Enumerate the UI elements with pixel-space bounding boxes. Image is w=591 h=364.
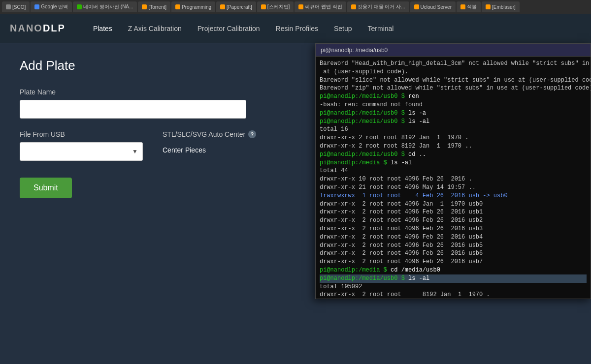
brand-dlp: DLP bbox=[43, 23, 66, 33]
app-wrapper: nanoDLP Plates Z Axis Calibration Projec… bbox=[0, 14, 591, 364]
tab-label: Google 번역 bbox=[41, 3, 68, 10]
tab-sukbol[interactable]: 석볼 bbox=[457, 1, 481, 12]
tab-favicon bbox=[298, 4, 303, 9]
tab-ucloud[interactable]: Ucloud Server bbox=[410, 1, 456, 12]
tab-favicon bbox=[34, 4, 39, 9]
terminal-body[interactable]: Bareword "Head_with_brim_high_detail_3cm… bbox=[316, 57, 591, 299]
tab-favicon bbox=[486, 4, 491, 9]
tab-label: 씨큐어 웹앱 작업 bbox=[305, 3, 342, 10]
tab-google[interactable]: Google 번역 bbox=[31, 1, 72, 12]
tab-favicon bbox=[175, 4, 180, 9]
plate-name-group: Plate Name bbox=[20, 88, 296, 119]
tab-favicon bbox=[142, 4, 147, 9]
tab-label: 석볼 bbox=[467, 3, 477, 10]
tab-label: Programming bbox=[182, 4, 211, 10]
nav-item-projector[interactable]: Projector Calibration bbox=[190, 21, 268, 36]
terminal-titlebar: pi@nanodlp: /media/usb0 bbox=[316, 44, 591, 57]
tab-gaswong[interactable]: 갓웅기 대물 이거 사... bbox=[347, 1, 409, 12]
tab-secure[interactable]: 씨큐어 웹앱 작업 bbox=[295, 1, 346, 12]
form-title: Add Plate bbox=[20, 58, 296, 73]
tab-emblaser[interactable]: [Emblaser] bbox=[482, 1, 520, 12]
browser-tabbar: [SCO] Google 번역 네이버 영어사전 (NA... [Torrent… bbox=[0, 0, 591, 14]
form-row-usb-center: File From USB ▼ STL/SLC/SVG Auto Center … bbox=[20, 130, 296, 161]
auto-center-value: Center Pieces bbox=[163, 142, 256, 158]
terminal-title: pi@nanodlp: /media/usb0 bbox=[321, 47, 388, 54]
nav-item-terminal[interactable]: Terminal bbox=[360, 21, 402, 36]
nav-item-plates[interactable]: Plates bbox=[85, 21, 120, 36]
tab-sco[interactable]: [SCO] bbox=[2, 1, 30, 12]
brand-logo: nanoDLP bbox=[10, 23, 66, 34]
tab-torrent[interactable]: [Torrent] bbox=[138, 1, 170, 12]
tab-favicon bbox=[261, 4, 266, 9]
auto-center-label-wrapper: STL/SLC/SVG Auto Center ? bbox=[163, 130, 256, 138]
tab-favicon bbox=[6, 4, 11, 9]
tab-favicon bbox=[460, 4, 465, 9]
form-panel: Add Plate Plate Name File From USB ▼ bbox=[0, 43, 315, 364]
terminal-window: pi@nanodlp: /media/usb0 Bareword "Head_w… bbox=[315, 43, 591, 299]
nav-menu: Plates Z Axis Calibration Projector Cali… bbox=[85, 21, 402, 36]
tab-favicon bbox=[414, 4, 419, 9]
tab-sketchup[interactable]: [스케치업] bbox=[257, 1, 294, 12]
navbar: nanoDLP Plates Z Axis Calibration Projec… bbox=[0, 14, 591, 43]
tab-programming[interactable]: Programming bbox=[171, 1, 215, 12]
submit-button[interactable]: Submit bbox=[20, 178, 72, 198]
help-icon[interactable]: ? bbox=[248, 130, 256, 138]
auto-center-label-text: STL/SLC/SVG Auto Center bbox=[163, 130, 245, 138]
nav-link-z-axis[interactable]: Z Axis Calibration bbox=[120, 21, 190, 36]
file-from-usb-wrapper: ▼ bbox=[20, 142, 143, 161]
file-from-usb-col: File From USB ▼ bbox=[20, 130, 143, 161]
content-area: Add Plate Plate Name File From USB ▼ bbox=[0, 43, 591, 364]
auto-center-col: STL/SLC/SVG Auto Center ? Center Pieces bbox=[163, 130, 256, 158]
tab-favicon bbox=[351, 4, 356, 9]
nav-link-resin[interactable]: Resin Profiles bbox=[268, 21, 326, 36]
file-from-usb-label: File From USB bbox=[20, 130, 143, 138]
tab-label: 갓웅기 대물 이거 사... bbox=[358, 3, 405, 10]
file-from-usb-select[interactable] bbox=[20, 142, 143, 161]
nav-link-terminal[interactable]: Terminal bbox=[360, 21, 402, 36]
nav-link-plates[interactable]: Plates bbox=[85, 21, 120, 36]
tab-label: [스케치업] bbox=[267, 3, 290, 10]
tab-naver[interactable]: 네이버 영어사전 (NA... bbox=[73, 1, 137, 12]
nav-link-setup[interactable]: Setup bbox=[326, 21, 360, 36]
nav-item-resin[interactable]: Resin Profiles bbox=[268, 21, 326, 36]
plate-name-label: Plate Name bbox=[20, 88, 296, 96]
nav-link-projector[interactable]: Projector Calibration bbox=[190, 21, 268, 36]
tab-papercraft[interactable]: [Papercraft] bbox=[216, 1, 256, 12]
tab-favicon bbox=[220, 4, 225, 9]
tab-label: Ucloud Server bbox=[421, 4, 452, 10]
tab-label: 네이버 영어사전 (NA... bbox=[83, 3, 133, 10]
plate-name-input[interactable] bbox=[20, 100, 246, 119]
tab-label: [Emblaser] bbox=[492, 4, 516, 10]
nav-item-z-axis[interactable]: Z Axis Calibration bbox=[120, 21, 190, 36]
tab-label: [Torrent] bbox=[148, 4, 166, 10]
brand-nano: nano bbox=[10, 23, 43, 33]
nav-item-setup[interactable]: Setup bbox=[326, 21, 360, 36]
tab-favicon bbox=[77, 4, 82, 9]
tab-label: [Papercraft] bbox=[227, 4, 252, 10]
tab-label: [SCO] bbox=[12, 4, 26, 10]
